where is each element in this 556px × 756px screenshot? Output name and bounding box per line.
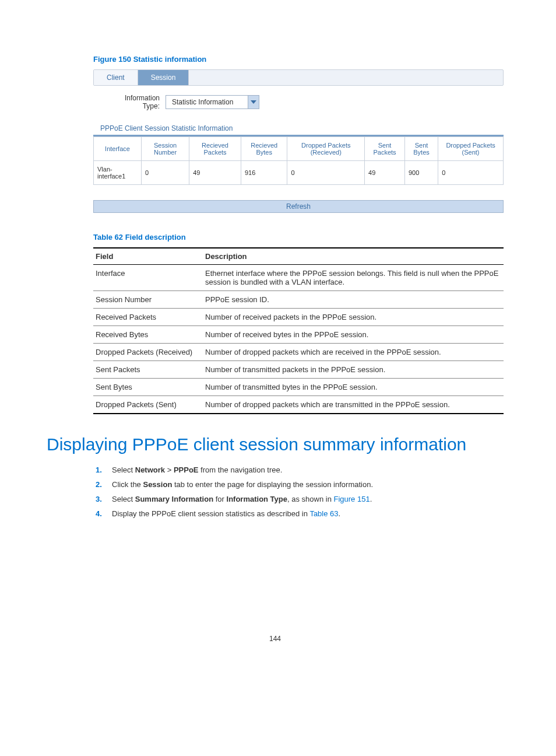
link-table-63[interactable]: Table 63 bbox=[309, 509, 338, 518]
stats-table: Interface Session Number Recieved Packet… bbox=[93, 136, 504, 185]
stats-section-title: PPPoE Client Session Statistic Informati… bbox=[93, 124, 504, 132]
col-session-number: Session Number bbox=[142, 137, 189, 161]
step-1: Select Network > PPPoE from the navigati… bbox=[104, 466, 504, 474]
col-description: Description bbox=[203, 248, 504, 265]
col-recv-packets: Recieved Packets bbox=[189, 137, 241, 161]
col-sent-packets: Sent Packets bbox=[365, 137, 405, 161]
cell-sent-packets: 49 bbox=[365, 161, 405, 185]
cell-sent-bytes: 900 bbox=[404, 161, 438, 185]
tab-client[interactable]: Client bbox=[94, 70, 138, 85]
page-number: 144 bbox=[47, 635, 504, 643]
table-row: Received BytesNumber of received bytes i… bbox=[93, 326, 504, 344]
step-2: Click the Session tab to enter the page … bbox=[104, 480, 504, 489]
cell-recv-bytes: 916 bbox=[241, 161, 287, 185]
table-row: Dropped Packets (Received)Number of drop… bbox=[93, 344, 504, 361]
table-row: Received PacketsNumber of received packe… bbox=[93, 309, 504, 326]
col-recv-bytes: Recieved Bytes bbox=[241, 137, 287, 161]
refresh-button[interactable]: Refresh bbox=[93, 200, 504, 213]
step-4: Display the PPPoE client session statist… bbox=[104, 509, 504, 518]
table-caption: Table 62 Field description bbox=[93, 233, 504, 242]
cell-dropped-recv: 0 bbox=[287, 161, 365, 185]
table-row: InterfaceEthernet interface where the PP… bbox=[93, 265, 504, 291]
tab-filler bbox=[189, 70, 503, 85]
tab-bar: Client Session bbox=[93, 69, 504, 86]
table-row: Sent PacketsNumber of transmitted packet… bbox=[93, 361, 504, 379]
link-figure-151[interactable]: Figure 151 bbox=[334, 495, 370, 503]
col-interface: Interface bbox=[94, 137, 142, 161]
step-3: Select Summary Information for Informati… bbox=[104, 495, 504, 503]
tab-session[interactable]: Session bbox=[138, 70, 189, 85]
table-row: Dropped Packets (Sent)Number of dropped … bbox=[93, 396, 504, 414]
col-sent-bytes: Sent Bytes bbox=[404, 137, 438, 161]
chevron-down-icon bbox=[248, 96, 259, 108]
cell-recv-packets: 49 bbox=[189, 161, 241, 185]
table-row: Sent BytesNumber of transmitted bytes in… bbox=[93, 379, 504, 396]
stats-outer: Interface Session Number Recieved Packet… bbox=[93, 135, 504, 185]
col-field: Field bbox=[93, 248, 203, 265]
steps-list: Select Network > PPPoE from the navigati… bbox=[93, 466, 504, 518]
info-type-row: Information Type: Statistic Information bbox=[107, 94, 504, 110]
table-row: Session NumberPPPoE session ID. bbox=[93, 291, 504, 309]
cell-interface: Vlan-interface1 bbox=[94, 161, 142, 185]
info-type-label: Information Type: bbox=[107, 94, 160, 110]
info-type-select[interactable]: Statistic Information bbox=[166, 95, 259, 109]
col-dropped-sent: Dropped Packets (Sent) bbox=[438, 137, 504, 161]
field-description-table: Field Description InterfaceEthernet inte… bbox=[93, 247, 504, 414]
info-type-value: Statistic Information bbox=[166, 98, 248, 106]
figure-caption: Figure 150 Statistic information bbox=[93, 55, 504, 64]
cell-dropped-sent: 0 bbox=[438, 161, 504, 185]
table-row: Vlan-interface1 0 49 916 0 49 900 0 bbox=[94, 161, 504, 185]
col-dropped-recv: Dropped Packets (Recieved) bbox=[287, 137, 365, 161]
cell-session-number: 0 bbox=[142, 161, 189, 185]
page-heading: Displaying PPPoE client session summary … bbox=[47, 434, 504, 455]
